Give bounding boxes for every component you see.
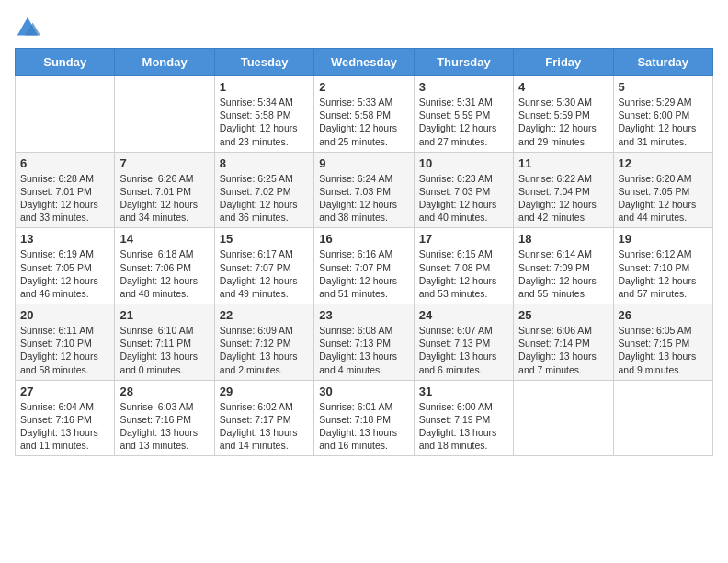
- calendar-cell: 31Sunrise: 6:00 AMSunset: 7:19 PMDayligh…: [414, 380, 513, 456]
- day-number: 7: [119, 156, 209, 170]
- day-number: 10: [419, 156, 508, 170]
- day-header-row: SundayMondayTuesdayWednesdayThursdayFrid…: [16, 49, 713, 76]
- day-number: 29: [220, 385, 309, 398]
- day-number: 11: [518, 156, 608, 170]
- day-info: Sunrise: 6:01 AMSunset: 7:18 PMDaylight:…: [319, 400, 408, 453]
- day-number: 17: [419, 232, 508, 246]
- calendar-cell: 22Sunrise: 6:09 AMSunset: 7:12 PMDayligh…: [214, 304, 313, 381]
- calendar-cell: 25Sunrise: 6:06 AMSunset: 7:14 PMDayligh…: [514, 304, 613, 381]
- day-info: Sunrise: 6:05 AMSunset: 7:15 PMDaylight:…: [619, 324, 708, 376]
- day-header-monday: Monday: [115, 49, 214, 76]
- calendar-cell: 21Sunrise: 6:10 AMSunset: 7:11 PMDayligh…: [115, 304, 214, 381]
- calendar-cell: 4Sunrise: 5:30 AMSunset: 5:59 PMDaylight…: [514, 76, 613, 153]
- calendar-cell: 9Sunrise: 6:24 AMSunset: 7:03 PMDaylight…: [314, 152, 414, 228]
- calendar-cell: 10Sunrise: 6:23 AMSunset: 7:03 PMDayligh…: [414, 152, 513, 228]
- calendar-cell: 18Sunrise: 6:14 AMSunset: 7:09 PMDayligh…: [514, 228, 613, 304]
- day-header-friday: Friday: [514, 49, 613, 76]
- day-number: 1: [220, 80, 309, 94]
- logo-icon: [15, 15, 40, 40]
- calendar-cell: 7Sunrise: 6:26 AMSunset: 7:01 PMDaylight…: [115, 152, 214, 228]
- day-info: Sunrise: 6:16 AMSunset: 7:07 PMDaylight:…: [319, 247, 408, 300]
- day-info: Sunrise: 6:02 AMSunset: 7:17 PMDaylight:…: [220, 400, 309, 453]
- calendar-cell: [613, 380, 712, 456]
- day-number: 20: [20, 308, 109, 322]
- day-number: 9: [319, 156, 408, 170]
- calendar-cell: [115, 76, 214, 153]
- day-number: 8: [220, 156, 309, 170]
- week-row-3: 13Sunrise: 6:19 AMSunset: 7:05 PMDayligh…: [16, 228, 713, 304]
- day-header-sunday: Sunday: [16, 49, 115, 76]
- day-info: Sunrise: 6:14 AMSunset: 7:09 PMDaylight:…: [518, 247, 608, 300]
- day-number: 31: [419, 385, 508, 398]
- calendar-cell: 6Sunrise: 6:28 AMSunset: 7:01 PMDaylight…: [16, 152, 115, 228]
- day-info: Sunrise: 6:00 AMSunset: 7:19 PMDaylight:…: [419, 400, 508, 453]
- day-header-tuesday: Tuesday: [214, 49, 313, 76]
- day-info: Sunrise: 6:08 AMSunset: 7:13 PMDaylight:…: [319, 324, 408, 376]
- day-number: 13: [20, 232, 109, 246]
- day-info: Sunrise: 6:06 AMSunset: 7:14 PMDaylight:…: [518, 324, 608, 376]
- calendar-cell: 5Sunrise: 5:29 AMSunset: 6:00 PMDaylight…: [613, 76, 712, 153]
- day-number: 26: [619, 308, 708, 322]
- day-number: 24: [419, 308, 508, 322]
- day-number: 16: [319, 232, 408, 246]
- day-info: Sunrise: 5:31 AMSunset: 5:59 PMDaylight:…: [419, 96, 508, 148]
- day-info: Sunrise: 5:33 AMSunset: 5:58 PMDaylight:…: [319, 96, 408, 148]
- calendar-cell: 11Sunrise: 6:22 AMSunset: 7:04 PMDayligh…: [514, 152, 613, 228]
- day-number: 22: [220, 308, 309, 322]
- day-number: 25: [518, 308, 608, 322]
- calendar-cell: 26Sunrise: 6:05 AMSunset: 7:15 PMDayligh…: [613, 304, 712, 381]
- calendar-cell: 24Sunrise: 6:07 AMSunset: 7:13 PMDayligh…: [414, 304, 513, 381]
- day-header-saturday: Saturday: [613, 49, 712, 76]
- day-number: 23: [319, 308, 408, 322]
- day-info: Sunrise: 6:20 AMSunset: 7:05 PMDaylight:…: [619, 172, 708, 224]
- calendar-cell: 29Sunrise: 6:02 AMSunset: 7:17 PMDayligh…: [214, 380, 313, 456]
- day-info: Sunrise: 5:29 AMSunset: 6:00 PMDaylight:…: [619, 96, 708, 148]
- day-header-thursday: Thursday: [414, 49, 513, 76]
- day-number: 14: [119, 232, 209, 246]
- day-number: 2: [319, 80, 408, 94]
- day-info: Sunrise: 6:10 AMSunset: 7:11 PMDaylight:…: [119, 324, 209, 376]
- day-info: Sunrise: 6:04 AMSunset: 7:16 PMDaylight:…: [20, 400, 109, 453]
- day-number: 5: [619, 80, 708, 94]
- day-info: Sunrise: 6:18 AMSunset: 7:06 PMDaylight:…: [119, 247, 209, 300]
- calendar-cell: 28Sunrise: 6:03 AMSunset: 7:16 PMDayligh…: [115, 380, 214, 456]
- day-number: 19: [619, 232, 708, 246]
- calendar-cell: 16Sunrise: 6:16 AMSunset: 7:07 PMDayligh…: [314, 228, 414, 304]
- day-number: 18: [518, 232, 608, 246]
- week-row-4: 20Sunrise: 6:11 AMSunset: 7:10 PMDayligh…: [16, 304, 713, 381]
- header: [15, 15, 713, 40]
- calendar-cell: [16, 76, 115, 153]
- day-number: 15: [220, 232, 309, 246]
- calendar-cell: [514, 380, 613, 456]
- calendar-cell: 12Sunrise: 6:20 AMSunset: 7:05 PMDayligh…: [613, 152, 712, 228]
- calendar-cell: 13Sunrise: 6:19 AMSunset: 7:05 PMDayligh…: [16, 228, 115, 304]
- calendar-cell: 3Sunrise: 5:31 AMSunset: 5:59 PMDaylight…: [414, 76, 513, 153]
- day-number: 28: [119, 385, 209, 398]
- day-info: Sunrise: 6:19 AMSunset: 7:05 PMDaylight:…: [20, 247, 109, 300]
- day-header-wednesday: Wednesday: [314, 49, 414, 76]
- calendar-cell: 15Sunrise: 6:17 AMSunset: 7:07 PMDayligh…: [214, 228, 313, 304]
- calendar-cell: 1Sunrise: 5:34 AMSunset: 5:58 PMDaylight…: [214, 76, 313, 153]
- day-info: Sunrise: 6:24 AMSunset: 7:03 PMDaylight:…: [319, 172, 408, 224]
- day-number: 3: [419, 80, 508, 94]
- day-info: Sunrise: 6:09 AMSunset: 7:12 PMDaylight:…: [220, 324, 309, 376]
- calendar-cell: 20Sunrise: 6:11 AMSunset: 7:10 PMDayligh…: [16, 304, 115, 381]
- day-number: 4: [518, 80, 608, 94]
- calendar-cell: 8Sunrise: 6:25 AMSunset: 7:02 PMDaylight…: [214, 152, 313, 228]
- calendar-table: SundayMondayTuesdayWednesdayThursdayFrid…: [15, 48, 713, 456]
- day-info: Sunrise: 6:03 AMSunset: 7:16 PMDaylight:…: [119, 400, 209, 453]
- day-info: Sunrise: 6:28 AMSunset: 7:01 PMDaylight:…: [20, 172, 109, 224]
- day-number: 12: [619, 156, 708, 170]
- calendar-cell: 2Sunrise: 5:33 AMSunset: 5:58 PMDaylight…: [314, 76, 414, 153]
- logo: [15, 15, 44, 40]
- day-info: Sunrise: 6:11 AMSunset: 7:10 PMDaylight:…: [20, 324, 109, 376]
- day-info: Sunrise: 6:12 AMSunset: 7:10 PMDaylight:…: [619, 247, 708, 300]
- day-info: Sunrise: 5:34 AMSunset: 5:58 PMDaylight:…: [220, 96, 309, 148]
- day-info: Sunrise: 6:25 AMSunset: 7:02 PMDaylight:…: [220, 172, 309, 224]
- day-info: Sunrise: 6:17 AMSunset: 7:07 PMDaylight:…: [220, 247, 309, 300]
- day-info: Sunrise: 5:30 AMSunset: 5:59 PMDaylight:…: [518, 96, 608, 148]
- calendar-cell: 23Sunrise: 6:08 AMSunset: 7:13 PMDayligh…: [314, 304, 414, 381]
- day-info: Sunrise: 6:26 AMSunset: 7:01 PMDaylight:…: [119, 172, 209, 224]
- day-info: Sunrise: 6:23 AMSunset: 7:03 PMDaylight:…: [419, 172, 508, 224]
- week-row-5: 27Sunrise: 6:04 AMSunset: 7:16 PMDayligh…: [16, 380, 713, 456]
